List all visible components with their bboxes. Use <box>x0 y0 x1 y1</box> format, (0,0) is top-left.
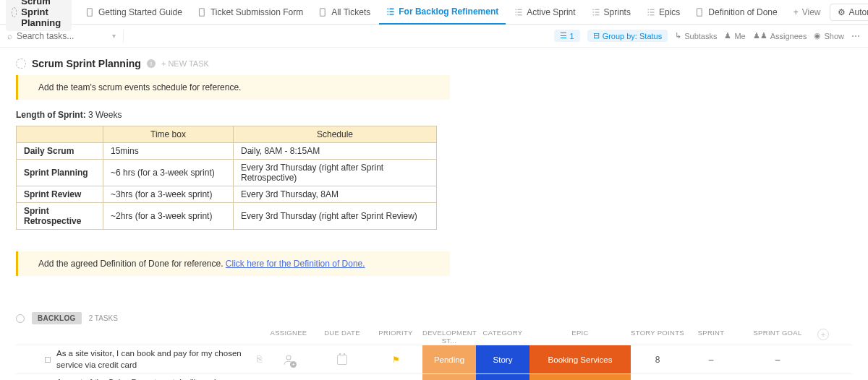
doc-icon <box>198 8 207 17</box>
tab-getting-started[interactable]: Getting Started Guide <box>79 0 190 25</box>
space-title[interactable]: Scrum Sprint Planning <box>6 0 72 31</box>
dev-status-tag[interactable]: Pending <box>422 345 476 373</box>
sprint-cell[interactable]: – <box>684 345 738 373</box>
space-title-text: Scrum Sprint Planning <box>21 0 66 28</box>
add-column-button[interactable]: + <box>817 329 829 340</box>
search-icon: ⌕ <box>7 31 12 41</box>
backlog-header: BACKLOG 2 TASKS <box>16 312 852 324</box>
group-icon: ⊟ <box>593 31 600 40</box>
doc-icon <box>319 8 328 17</box>
tab-backlog-refinement[interactable]: For Backlog Refinement <box>379 0 506 25</box>
add-view-button[interactable]: + View <box>786 0 828 25</box>
status-label[interactable]: BACKLOG <box>32 312 82 324</box>
category-tag[interactable]: Story <box>476 345 529 373</box>
comment-icon[interactable]: ⎘ <box>257 354 262 366</box>
tab-all-tickets[interactable]: All Tickets <box>312 0 378 25</box>
groupby-pill[interactable]: ⊟Group by: Status <box>587 30 668 42</box>
tab-epics[interactable]: Epics <box>639 0 687 25</box>
task-title: As a site visitor, I can book and pay fo… <box>56 348 247 371</box>
epic-tag[interactable]: Booking Services <box>529 345 631 373</box>
list-icon <box>592 8 600 17</box>
page-title: Scrum Sprint Planning <box>32 58 141 69</box>
bolt-icon: ⚙ <box>838 7 846 17</box>
task-row[interactable]: As a site visitor, I can book and pay fo… <box>16 345 852 373</box>
doc-icon <box>86 8 95 17</box>
eye-icon: ◉ <box>814 31 821 40</box>
task-title: As part of the Sales Department, I will … <box>56 377 226 380</box>
tab-sprints[interactable]: Sprints <box>584 0 638 25</box>
list-icon <box>647 8 655 17</box>
assignee-add[interactable]: + <box>282 353 295 366</box>
collapse-toggle[interactable] <box>16 314 25 323</box>
story-points[interactable]: 8 <box>631 345 684 373</box>
show-toggle[interactable]: ◉Show <box>814 31 844 40</box>
tab-ticket-form[interactable]: Ticket Submission Form <box>191 0 310 25</box>
table-row: Sprint Retrospective~2hrs (for a 3-week … <box>17 203 437 230</box>
epic-tag[interactable]: Email Service Integration <box>529 374 631 380</box>
top-tab-bar: Scrum Sprint Planning Getting Started Gu… <box>0 0 868 25</box>
filter-bar: ⌕ ▾ ☰1 ⊟Group by: Status ↳Subtasks ♟Me ♟… <box>0 25 868 48</box>
dev-status-tag[interactable]: Pending <box>422 374 476 380</box>
space-icon <box>12 7 17 17</box>
page-heading: Scrum Sprint Planning i + NEW TASK <box>16 58 852 69</box>
dod-link[interactable]: Click here for the Definition of Done. <box>226 259 365 269</box>
filter-count[interactable]: ☰1 <box>554 30 580 42</box>
callout-schedule: Add the team's scrum events schedule for… <box>16 75 450 100</box>
svg-rect-0 <box>87 8 92 16</box>
filter-icon: ☰ <box>560 31 567 40</box>
task-count: 2 TASKS <box>89 314 118 322</box>
story-points[interactable]: 5 <box>631 374 684 380</box>
table-row: Sprint Planning~6 hrs (for a 3-week spri… <box>17 160 437 186</box>
doc-icon <box>696 8 705 17</box>
svg-point-4 <box>286 355 291 360</box>
sprint-goal-cell[interactable]: – <box>738 345 817 373</box>
chevron-down-icon[interactable]: ▾ <box>112 32 116 40</box>
callout-dod: Add the agreed Definition of Done for re… <box>16 251 450 276</box>
table-row: Daily Scrum15minsDaily, 8AM - 8:15AM <box>17 143 437 160</box>
list-icon <box>514 8 523 17</box>
subtask-icon: ↳ <box>675 31 681 40</box>
space-icon <box>16 59 26 69</box>
due-date-add[interactable] <box>337 355 347 365</box>
people-icon: ♟♟ <box>753 31 767 40</box>
priority-flag[interactable]: ⚑ <box>392 355 400 365</box>
subtasks-toggle[interactable]: ↳Subtasks <box>675 31 717 40</box>
sprint-goal-cell[interactable]: – <box>738 374 817 380</box>
category-tag[interactable]: Story <box>476 374 529 380</box>
status-square[interactable] <box>45 357 51 363</box>
search-input[interactable] <box>17 31 89 41</box>
new-task-button[interactable]: + NEW TASK <box>161 59 209 68</box>
task-row[interactable]: As part of the Sales Department, I will … <box>16 373 852 380</box>
column-headers: ASSIGNEE DUE DATE PRIORITY DEVELOPMENT S… <box>16 329 852 345</box>
table-row: Sprint Review~3hrs (for a 3-week sprint)… <box>17 186 437 203</box>
sprint-cell[interactable]: – <box>684 374 738 380</box>
automate-button[interactable]: ⚙Automate▾ <box>830 4 868 21</box>
schedule-table: Time boxSchedule Daily Scrum15minsDaily,… <box>16 126 437 230</box>
more-menu[interactable]: ⋯ <box>851 31 861 41</box>
person-icon: ♟ <box>724 31 731 40</box>
info-icon[interactable]: i <box>147 59 156 68</box>
tab-dod[interactable]: Definition of Done <box>689 0 784 25</box>
list-icon <box>386 7 395 16</box>
svg-rect-2 <box>320 8 326 16</box>
search-box[interactable]: ⌕ ▾ <box>7 31 116 41</box>
svg-rect-3 <box>697 8 702 16</box>
sprint-length: Length of Sprint: 3 Weeks <box>16 110 852 120</box>
me-filter[interactable]: ♟Me <box>724 31 745 40</box>
tab-active-sprint[interactable]: Active Sprint <box>507 0 582 25</box>
assignees-filter[interactable]: ♟♟Assignees <box>753 31 807 40</box>
svg-rect-1 <box>199 8 204 16</box>
